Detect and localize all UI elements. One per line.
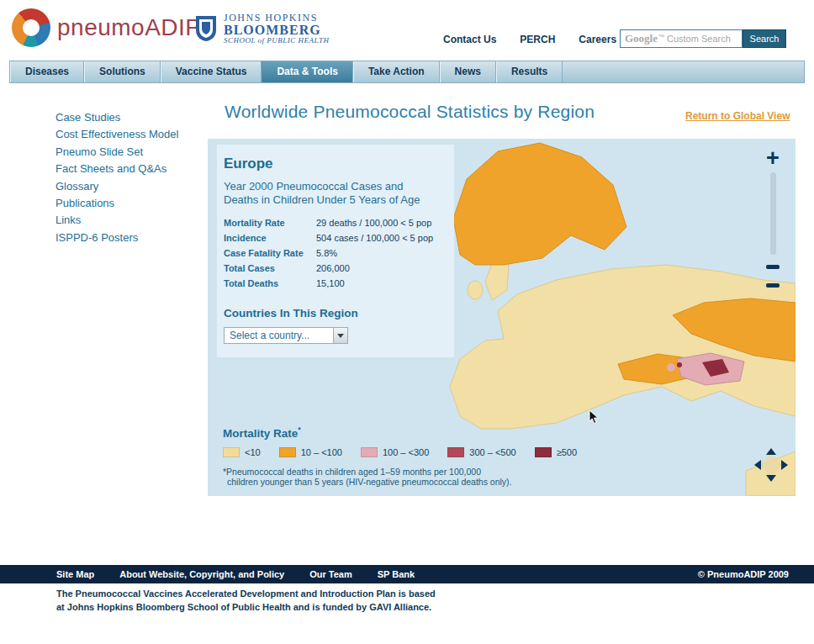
legend-item: ≥500 [535, 447, 577, 457]
country-select[interactable]: Select a country... [224, 327, 348, 344]
google-tm: ™ [658, 34, 664, 40]
page-title: Worldwide Pneumococcal Statistics by Reg… [225, 102, 595, 122]
pan-down-arrow[interactable] [766, 475, 776, 482]
legend-item: 300 – <500 [447, 447, 515, 457]
return-to-global-view-link[interactable]: Return to Global View [685, 110, 790, 122]
header-link-contact-us[interactable]: Contact Us [443, 34, 496, 45]
footer-copyright: © PneumoADIP 2009 [698, 569, 789, 579]
tab-data-and-tools[interactable]: Data & Tools [262, 61, 352, 82]
footer-link-about-website[interactable]: About Website, Copyright, and Policy [119, 569, 284, 579]
footer-bar: Site Map About Website, Copyright, and P… [0, 565, 814, 583]
region-info-panel: Europe Year 2000 Pneumococcal Cases and … [217, 145, 454, 357]
stat-label: Mortality Rate [224, 218, 316, 228]
search-placeholder: Custom Search [667, 34, 731, 44]
zoom-slider[interactable] [770, 172, 776, 255]
chevron-down-icon[interactable] [333, 328, 347, 343]
stat-value: 206,000 [316, 263, 442, 273]
search-input[interactable]: Google™ Custom Search [620, 29, 743, 48]
countries-heading: Countries In This Region [224, 307, 442, 319]
header-link-perch[interactable]: PERCH [520, 34, 555, 45]
legend-footnote: *Pneumococcal deaths in children aged 1–… [223, 467, 595, 488]
zoom-slider-handle[interactable] [766, 265, 780, 269]
legend-title: Mortality Rate* [223, 425, 595, 440]
region-stats: Mortality Rate 29 deaths / 100,000 < 5 p… [224, 218, 442, 288]
region-name: Europe [224, 156, 442, 172]
footer-link-site-map[interactable]: Site Map [56, 569, 94, 579]
footer-link-our-team[interactable]: Our Team [309, 569, 352, 579]
jhsph-line1: JOHNS HOPKINS [224, 13, 329, 24]
pneumoadip-logo[interactable]: pneumoADIP [12, 8, 202, 47]
sidebar-item-glossary[interactable]: Glossary [56, 178, 203, 195]
map-region-ireland[interactable] [468, 281, 483, 299]
sidebar-item-pneumo-slide-set[interactable]: Pneumo Slide Set [56, 144, 203, 161]
jhsph-line3: SCHOOL of PUBLIC HEALTH [224, 37, 329, 45]
nav-filler [563, 61, 804, 82]
header-links: Contact Us PERCH Careers [443, 34, 616, 45]
stat-label: Total Deaths [224, 278, 316, 288]
footer-disclaimer: The Pneumococcal Vaccines Accelerated De… [56, 588, 436, 614]
legend-item: 10 – <100 [279, 447, 342, 457]
pneumoadip-logo-icon [12, 8, 50, 47]
pan-up-arrow[interactable] [766, 448, 776, 455]
pan-control [754, 448, 788, 482]
sidebar-item-publications[interactable]: Publications [56, 195, 203, 212]
sidebar-item-links[interactable]: Links [56, 212, 203, 229]
legend-swatch [361, 447, 378, 457]
stat-label: Case Fatality Rate [224, 248, 316, 258]
mortality-legend: Mortality Rate* <10 10 – <100 100 – <300 [223, 425, 595, 488]
zoom-in-button[interactable]: + [766, 147, 780, 169]
legend-swatch [223, 447, 240, 457]
legend-swatch [535, 447, 552, 457]
stat-label: Total Cases [224, 263, 316, 273]
legend-row: <10 10 – <100 100 – <300 300 – <500 ≥500 [223, 447, 595, 457]
map-region-small-pink[interactable] [667, 363, 675, 372]
region-map[interactable]: Europe Year 2000 Pneumococcal Cases and … [208, 139, 796, 496]
zoom-out-button[interactable] [766, 283, 780, 288]
footer-links: Site Map About Website, Copyright, and P… [56, 569, 415, 579]
tab-solutions[interactable]: Solutions [84, 61, 161, 82]
google-logo: Google [625, 32, 658, 45]
jhsph-line2: BLOOMBERG [224, 24, 329, 38]
main-navigation: Diseases Solutions Vaccine Status Data &… [9, 61, 805, 83]
sidebar-item-fact-sheets[interactable]: Fact Sheets and Q&As [56, 161, 203, 177]
stat-label: Incidence [224, 233, 316, 243]
legend-asterisk: * [298, 425, 301, 434]
tab-vaccine-status[interactable]: Vaccine Status [161, 61, 262, 82]
legend-swatch [447, 447, 464, 457]
page: pneumoADIP JOHNS HOPKINS BLOOMBERG SCHOO… [0, 0, 814, 644]
map-region-small-maroon[interactable] [677, 362, 682, 367]
country-select-value: Select a country... [225, 330, 333, 341]
search-button[interactable]: Search [743, 29, 786, 48]
zoom-control: + [761, 147, 785, 288]
region-subtitle: Year 2000 Pneumococcal Cases and Deaths … [224, 180, 434, 207]
sidebar-item-isppd6-posters[interactable]: ISPPD-6 Posters [56, 230, 203, 246]
jhsph-logo-text: JOHNS HOPKINS BLOOMBERG SCHOOL of PUBLIC… [224, 13, 329, 45]
stat-value: 15,100 [316, 278, 442, 288]
stat-value: 5.8% [316, 248, 442, 258]
stat-value: 504 cases / 100,000 < 5 pop [316, 233, 442, 243]
header: pneumoADIP JOHNS HOPKINS BLOOMBERG SCHOO… [0, 0, 814, 59]
stat-value: 29 deaths / 100,000 < 5 pop [316, 218, 442, 228]
legend-item: 100 – <300 [361, 447, 429, 457]
pneumoadip-logo-text: pneumoADIP [57, 14, 202, 41]
legend-swatch [279, 447, 296, 457]
legend-item: <10 [223, 447, 261, 457]
sidebar-item-cost-effectiveness-model[interactable]: Cost Effectiveness Model [56, 126, 203, 143]
tab-diseases[interactable]: Diseases [10, 61, 84, 82]
search: Google™ Custom Search Search [620, 29, 786, 48]
tab-take-action[interactable]: Take Action [353, 61, 440, 82]
footer-link-sp-bank[interactable]: SP Bank [378, 569, 415, 579]
sidebar-item-case-studies[interactable]: Case Studies [56, 109, 203, 126]
tab-results[interactable]: Results [496, 61, 563, 82]
pan-left-arrow[interactable] [754, 460, 761, 470]
tab-news[interactable]: News [440, 61, 496, 82]
pan-right-arrow[interactable] [781, 460, 788, 470]
pan-diamond [759, 453, 783, 477]
sidebar: Case Studies Cost Effectiveness Model Pn… [56, 109, 203, 246]
jhsph-shield-icon [195, 15, 217, 42]
header-link-careers[interactable]: Careers [579, 34, 616, 45]
jhsph-logo[interactable]: JOHNS HOPKINS BLOOMBERG SCHOOL of PUBLIC… [195, 13, 329, 45]
